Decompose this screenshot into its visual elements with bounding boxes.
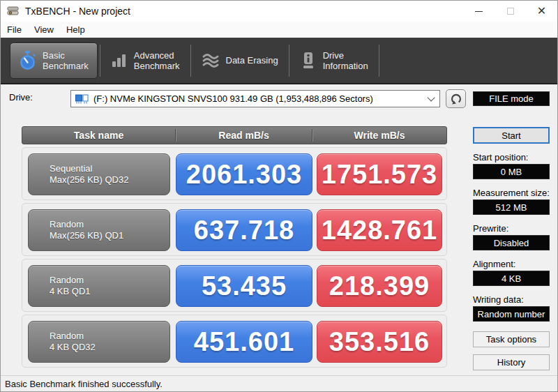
title-bar: TxBENCH - New project ✕: [1, 1, 557, 22]
task-name: Random 4 KB QD1: [29, 275, 91, 297]
write-value-box: 1428.761: [317, 209, 442, 251]
drive-icon: [75, 93, 89, 104]
task-name-box: Random 4 KB QD1: [28, 265, 170, 307]
alignment-label: Alignment:: [473, 259, 550, 269]
toolbar-separator: [190, 45, 191, 77]
menu-bar: File View Help: [1, 22, 557, 38]
status-bar: Basic Benchmark finished successfully.: [1, 375, 557, 391]
app-window: TxBENCH - New project ✕ File View Help B…: [0, 0, 558, 392]
benchmark-table: Task name Read mB/s Write mB/s Sequentia…: [22, 126, 447, 368]
task-name-box: Random 4 KB QD32: [28, 321, 170, 363]
table-row: Random 4 KB QD1 53.435 218.399: [22, 259, 447, 312]
write-value-box: 218.399: [317, 265, 442, 307]
window-title: TxBENCH - New project: [25, 6, 130, 17]
header-write: Write mB/s: [312, 130, 446, 141]
status-message: Basic Benchmark finished successfully.: [5, 379, 163, 389]
menu-file[interactable]: File: [1, 22, 28, 38]
read-value-box: 637.718: [176, 209, 312, 251]
file-mode-badge: FILE mode: [473, 91, 550, 106]
start-button[interactable]: Start: [473, 127, 550, 144]
start-position-value: 0 MB: [473, 164, 550, 179]
writing-data-value: Random number: [473, 306, 550, 322]
read-value-box: 451.601: [176, 321, 312, 363]
write-value-box: 1751.573: [317, 153, 442, 195]
drive-selected-value: (F:) NVMe KINGSTON SNVS100 931.49 GB (1,…: [93, 93, 427, 104]
tab-advanced-benchmark[interactable]: Advanced Benchmark: [103, 43, 188, 79]
close-button[interactable]: ✕: [526, 1, 557, 22]
settings-sidebar: FILE mode Start Start position: 0 MB Mea…: [473, 91, 550, 370]
tab-basic-benchmark[interactable]: Basic Benchmark: [10, 43, 98, 79]
bar-chart-icon: [111, 53, 128, 68]
toolbar-separator: [379, 45, 379, 77]
read-value-box: 53.435: [176, 265, 312, 307]
read-value-box: 2061.303: [176, 153, 312, 195]
table-header: Task name Read mB/s Write mB/s: [22, 126, 447, 144]
maximize-icon: [507, 8, 514, 15]
measurement-size-label: Measurement size:: [473, 188, 550, 198]
table-row: Sequential Max(256 KB) QD32 2061.303 175…: [22, 147, 447, 200]
task-name-box: Sequential Max(256 KB) QD32: [28, 153, 170, 195]
close-icon: ✕: [537, 6, 546, 17]
start-position-label: Start position:: [473, 152, 550, 163]
drive-info-icon: [300, 52, 317, 70]
task-name: Random 4 KB QD32: [29, 331, 96, 353]
task-name-box: Random Max(256 KB) QD1: [28, 209, 170, 251]
drive-select[interactable]: (F:) NVMe KINGSTON SNVS100 931.49 GB (1,…: [70, 90, 440, 107]
maximize-button[interactable]: [495, 1, 526, 22]
toolbar-separator: [100, 45, 100, 77]
erase-waves-icon: [202, 52, 220, 69]
menu-view[interactable]: View: [28, 22, 60, 38]
tab-label: Basic Benchmark: [43, 50, 89, 71]
task-name: Sequential Max(256 KB) QD32: [29, 163, 128, 186]
table-row: Random Max(256 KB) QD1 637.718 1428.761: [22, 203, 447, 256]
writing-data-label: Writing data:: [473, 294, 550, 305]
app-icon: [7, 6, 20, 17]
task-name: Random Max(256 KB) QD1: [29, 219, 123, 241]
refresh-icon: [451, 93, 462, 105]
tab-data-erasing[interactable]: Data Erasing: [193, 43, 287, 79]
drive-label: Drive:: [9, 92, 33, 103]
tab-label: Advanced Benchmark: [134, 50, 180, 71]
header-read: Read mB/s: [176, 130, 312, 141]
menu-help[interactable]: Help: [60, 22, 91, 38]
toolbar-separator: [289, 45, 289, 77]
tab-drive-information[interactable]: Drive Information: [292, 43, 377, 79]
tab-label: Drive Information: [323, 50, 368, 71]
prewrite-label: Prewrite:: [473, 223, 550, 234]
stopwatch-icon: [19, 51, 36, 70]
header-task-name: Task name: [22, 130, 175, 141]
prewrite-value: Disabled: [473, 235, 550, 250]
minimize-icon: [475, 11, 483, 12]
history-button[interactable]: History: [473, 354, 550, 370]
write-value-box: 353.516: [317, 321, 442, 363]
measurement-size-value: 512 MB: [473, 199, 550, 215]
toolbar: Basic Benchmark Advanced Benchmark Data …: [1, 38, 557, 84]
alignment-value: 4 KB: [473, 271, 550, 286]
chevron-down-icon: [427, 93, 435, 101]
tab-label: Data Erasing: [226, 55, 278, 66]
table-row: Random 4 KB QD32 451.601 353.516: [22, 315, 447, 368]
refresh-drives-button[interactable]: [446, 89, 466, 108]
minimize-button[interactable]: [463, 1, 495, 22]
task-options-button[interactable]: Task options: [473, 331, 550, 347]
